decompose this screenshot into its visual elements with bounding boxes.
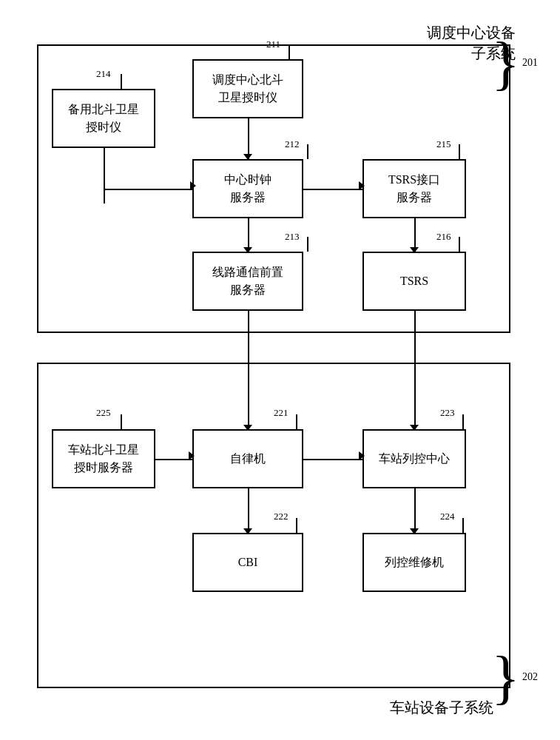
ref-222: 222 <box>274 511 289 522</box>
line-225-ref <box>121 414 122 429</box>
arrow-221-223 <box>359 451 365 460</box>
box-221: 自律机 <box>192 429 303 488</box>
line-224-ref <box>462 518 464 533</box>
arrow-225-221 <box>189 451 195 460</box>
conn-216-223 <box>414 311 416 431</box>
ref-225: 225 <box>96 407 111 419</box>
subsystem-top-ref: } 201 <box>491 48 538 78</box>
ref-223: 223 <box>440 407 455 419</box>
diagram-container: 调度中心设备 子系统 } 201 车站设备子系统 } 202 备用北斗卫星 授时… <box>22 15 538 725</box>
ref-221: 221 <box>274 407 289 419</box>
ref-213: 213 <box>285 231 300 243</box>
line-214-ref <box>121 74 122 89</box>
ref-212: 212 <box>285 138 300 150</box>
line-215-ref <box>459 144 460 159</box>
box-213: 线路通信前置 服务器 <box>192 252 303 311</box>
ref-224: 224 <box>440 511 455 522</box>
conn-221-223-h <box>303 459 364 460</box>
box-222: CBI <box>192 533 303 592</box>
box-211: 调度中心北斗 卫星授时仪 <box>192 59 303 118</box>
line-222-ref <box>296 518 297 533</box>
conn-214-212-h <box>104 189 194 190</box>
box-223: 车站列控中心 <box>362 429 466 488</box>
conn-221-222 <box>248 488 249 534</box>
box-215: TSRS接口 服务器 <box>362 159 466 218</box>
conn-212-215-h <box>303 189 364 190</box>
arrow-215-216 <box>410 247 419 253</box>
conn-213-221 <box>248 311 249 431</box>
box-216: TSRS <box>362 252 466 311</box>
line-216-ref <box>459 237 460 252</box>
subsystem-bottom-label: 车站设备子系统 <box>390 698 493 718</box>
ref-216: 216 <box>436 231 451 243</box>
line-223-ref <box>462 414 464 429</box>
arrow-212-215 <box>359 181 365 190</box>
conn-214-212-v <box>104 148 105 204</box>
arrow-223-224 <box>410 528 419 534</box>
ref-215: 215 <box>436 138 451 150</box>
subsystem-bottom-ref: } 202 <box>491 662 538 692</box>
arrow-212-213 <box>243 247 252 253</box>
arrow-221-222 <box>243 528 252 534</box>
arrow-211-212 <box>243 154 252 160</box>
ref-211: 211 <box>266 38 280 50</box>
line-212-ref <box>307 144 308 159</box>
box-214: 备用北斗卫星 授时仪 <box>52 89 155 148</box>
arrow-into-212 <box>190 181 196 190</box>
conn-211-212 <box>248 118 249 159</box>
box-212: 中心时钟 服务器 <box>192 159 303 218</box>
line-221-ref <box>296 414 297 429</box>
box-225: 车站北斗卫星 授时服务器 <box>52 429 155 488</box>
arrow-213-221 <box>243 425 252 431</box>
ref-214: 214 <box>96 68 111 80</box>
box-224: 列控维修机 <box>362 533 466 592</box>
line-211-ref <box>289 44 290 59</box>
line-213-ref <box>307 237 308 252</box>
arrow-216-223 <box>410 425 419 431</box>
conn-223-224 <box>414 488 416 534</box>
